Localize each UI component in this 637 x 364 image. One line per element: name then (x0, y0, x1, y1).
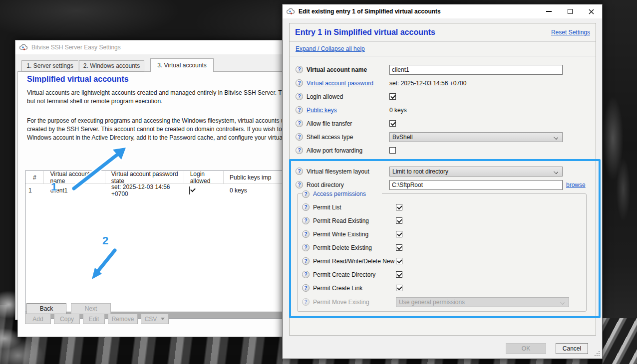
tab-virtual-accounts[interactable]: 3. Virtual accounts (150, 58, 214, 72)
password-set-timestamp: set: 2025-12-03 14:56 +0700 (389, 80, 466, 87)
main-window-title: Bitvise SSH Server Easy Settings (31, 44, 121, 51)
chevron-down-icon (560, 300, 565, 305)
virtual-account-name-input[interactable] (389, 65, 563, 75)
back-button[interactable]: Back (26, 303, 66, 314)
help-icon[interactable]: ? (296, 147, 303, 154)
main-window: Bitvise SSH Server Easy Settings 1. Serv… (15, 40, 283, 320)
tab-windows-accounts[interactable]: 2. Windows accounts (79, 60, 144, 71)
form-row-virtual-filesystem-layout: ? Virtual filesystem layout Limit to roo… (296, 165, 590, 178)
virtual-account-password-link[interactable]: Virtual account password (307, 80, 373, 87)
edit-button[interactable]: Edit (83, 314, 105, 324)
chevron-down-icon (554, 135, 558, 140)
public-keys-link[interactable]: Public keys (307, 107, 337, 114)
dialog-title: Edit existing entry 1 of Simplified virt… (299, 8, 441, 15)
bitvise-app-icon (287, 8, 295, 15)
intro-paragraph-line: Virtual accounts are lightweight account… (27, 89, 284, 97)
zebra-face-right (603, 0, 637, 364)
entry-heading: Entry 1 in Simplified virtual accounts (295, 28, 435, 37)
maximize-button[interactable] (560, 4, 580, 18)
form-row-permit-delete-existing: ? Permit Delete Existing (302, 241, 586, 254)
add-button[interactable]: Add (25, 314, 51, 324)
table-header-row: # Virtual account name Virtual account p… (25, 171, 284, 184)
permit-write-existing-checkbox[interactable] (396, 231, 402, 237)
help-icon[interactable]: ? (302, 190, 310, 198)
expand-collapse-help-link[interactable]: Expand / Collapse all help (296, 45, 365, 52)
expand-collapse-row: Expand / Collapse all help (290, 42, 596, 56)
login-allowed-checkbox[interactable] (389, 93, 396, 100)
virtual-filesystem-layout-dropdown[interactable]: Limit to root directory (389, 167, 563, 177)
help-icon[interactable]: ? (296, 133, 303, 141)
main-window-titlebar[interactable]: Bitvise SSH Server Easy Settings (15, 40, 283, 54)
next-button[interactable]: Next (71, 303, 111, 314)
form-row-permit-read-existing: ? Permit Read Existing (302, 214, 586, 227)
allow-file-transfer-checkbox[interactable] (389, 120, 396, 127)
browse-link[interactable]: browse (566, 182, 586, 188)
chevron-down-icon (554, 170, 558, 174)
col-header-password: Virtual account password state (105, 171, 184, 183)
help-icon[interactable]: ? (296, 106, 303, 114)
permit-move-existing-dropdown: Use general permissions (396, 297, 569, 307)
help-icon[interactable]: ? (296, 120, 303, 127)
permit-delete-existing-checkbox[interactable] (396, 244, 402, 251)
csv-button[interactable]: CSV (141, 314, 169, 324)
allow-port-forwarding-checkbox[interactable] (389, 147, 396, 154)
help-icon[interactable]: ? (296, 79, 303, 87)
virtual-accounts-table[interactable]: # Virtual account name Virtual account p… (25, 171, 284, 319)
table-row[interactable]: 1 client1 set: 2025-12-03 14:56 +0700 0 … (25, 184, 284, 196)
tab-server-settings[interactable]: 1. Server settings (21, 60, 78, 71)
permit-read-existing-checkbox[interactable] (396, 217, 402, 224)
csv-dropdown-arrow-icon (161, 318, 165, 320)
permit-create-directory-checkbox[interactable] (396, 271, 402, 278)
help-icon: ? (302, 298, 310, 306)
help-icon[interactable]: ? (296, 168, 303, 175)
help-icon[interactable]: ? (302, 244, 310, 251)
form-row-shell-access-type: ? Shell access type BvShell (296, 130, 590, 144)
col-header-keys: Public keys imp (224, 171, 284, 183)
help-icon[interactable]: ? (296, 66, 303, 73)
login-allowed-checkbox[interactable] (189, 186, 190, 194)
help-icon[interactable]: ? (302, 257, 310, 265)
form-row-permit-create-link: ? Permit Create Link (302, 281, 586, 295)
cell-name: client1 (44, 187, 105, 194)
panel-header: Entry 1 in Simplified virtual accounts R… (290, 23, 596, 42)
help-icon[interactable]: ? (296, 93, 303, 100)
ok-button[interactable]: OK (506, 343, 546, 354)
cancel-button[interactable]: Cancel (556, 343, 588, 354)
root-directory-input[interactable] (389, 180, 563, 190)
help-icon[interactable]: ? (302, 203, 310, 211)
access-permissions-legend: ? Access permissions (302, 189, 382, 198)
public-keys-count: 0 keys (389, 107, 407, 114)
shell-access-type-dropdown[interactable]: BvShell (389, 132, 563, 142)
access-permissions-group: ? Access permissions ? Permit List ? Per… (297, 193, 587, 312)
cell-num: 1 (25, 187, 44, 194)
form-row-permit-list: ? Permit List (302, 200, 586, 214)
form-row-permit-rwd-new: ? Permit Read/Write/Delete New (302, 254, 586, 268)
edit-entry-dialog: Edit existing entry 1 of Simplified virt… (282, 4, 603, 359)
form-row-public-keys: ? Public keys 0 keys (296, 103, 590, 117)
minimize-button[interactable] (539, 4, 559, 18)
entry-panel: Entry 1 in Simplified virtual accounts R… (289, 23, 596, 336)
reset-settings-link[interactable]: Reset Settings (551, 29, 590, 36)
permit-list-checkbox[interactable] (396, 204, 402, 210)
col-header-name: Virtual account name (44, 171, 105, 183)
intro-paragraph-line: but not terminal shell or remote program… (27, 97, 162, 106)
help-icon[interactable]: ? (302, 284, 310, 292)
cell-public-keys: 0 keys (224, 187, 284, 194)
form-row-permit-write-existing: ? Permit Write Existing (302, 227, 586, 241)
table-action-buttons: Add Copy Edit Remove CSV (25, 314, 169, 324)
permit-create-link-checkbox[interactable] (396, 285, 402, 291)
remove-button[interactable]: Remove (108, 314, 138, 324)
close-icon (589, 9, 594, 14)
close-button[interactable] (581, 4, 601, 18)
help-icon[interactable]: ? (302, 230, 310, 238)
col-header-login: Login allowed (184, 171, 224, 183)
help-icon[interactable]: ? (302, 217, 310, 224)
form-row-permit-move-existing: ? Permit Move Existing Use general permi… (302, 295, 586, 309)
help-icon[interactable]: ? (302, 271, 310, 278)
help-icon[interactable]: ? (296, 181, 303, 188)
permit-rwd-new-checkbox[interactable] (396, 258, 402, 264)
bitvise-app-icon (19, 44, 28, 51)
resize-grip[interactable] (595, 351, 600, 356)
copy-button[interactable]: Copy (54, 314, 80, 324)
cell-password-state: set: 2025-12-03 14:56 +0700 (105, 183, 184, 197)
